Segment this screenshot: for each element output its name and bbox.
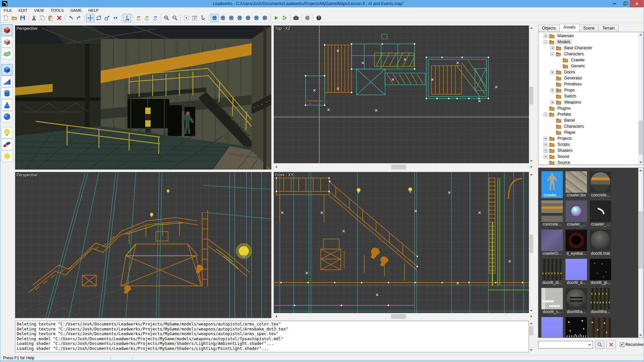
panel-tab[interactable]: Terrain: [598, 25, 619, 32]
scroll-track[interactable]: [278, 164, 529, 170]
tree-item[interactable]: Weapons: [538, 99, 638, 105]
viewport-front-hscrollbar[interactable]: [274, 314, 534, 319]
redo-button[interactable]: [75, 14, 83, 22]
scroll-down-arrow[interactable]: [529, 308, 534, 313]
frame-scene-button[interactable]: [182, 14, 191, 22]
view-back-button[interactable]: [219, 14, 227, 22]
view-bottom-button[interactable]: [261, 14, 269, 22]
restore-button[interactable]: [620, 0, 630, 7]
tree-item[interactable]: Sound: [538, 154, 638, 160]
move-tool-button[interactable]: [86, 14, 95, 22]
scroll-track[interactable]: [638, 173, 643, 333]
tree-item[interactable]: Projects: [538, 135, 638, 141]
run-game-button[interactable]: [272, 14, 280, 22]
asset-thumb[interactable]: doorlit_di...: [541, 259, 563, 286]
shift-tool-button[interactable]: [111, 14, 120, 22]
scroll-down-arrow[interactable]: [529, 159, 534, 163]
menu-item[interactable]: FILE: [0, 8, 15, 12]
point-light-tool[interactable]: [1, 127, 13, 138]
run-debug-button[interactable]: [280, 14, 289, 22]
rotate-tool-button[interactable]: [95, 14, 103, 22]
asset-thumb[interactable]: doorlitfra...: [566, 288, 587, 315]
help-button[interactable]: [315, 14, 323, 22]
tree-item[interactable]: Crawler: [538, 57, 638, 63]
terrain-tool[interactable]: [1, 48, 13, 59]
csg-solid-tool[interactable]: [1, 24, 13, 36]
tree-item[interactable]: Player: [538, 129, 638, 135]
panel-tab[interactable]: Assets: [559, 24, 580, 32]
delete-button[interactable]: [55, 14, 63, 22]
tree-item[interactable]: Generic: [538, 63, 638, 69]
tree-item[interactable]: Primitives: [538, 81, 638, 87]
title-bar[interactable]: Leadwerks - C:/Users/Josh/Documents/Lead…: [0, 0, 644, 7]
cylinder-brush-tool[interactable]: [1, 87, 13, 99]
asset-thumb[interactable]: crawlerD...: [541, 230, 563, 256]
view-left-button[interactable]: [235, 14, 244, 22]
wedge-brush-tool[interactable]: [1, 76, 13, 87]
options-button[interactable]: [303, 14, 312, 22]
tree-item[interactable]: Shaders: [538, 147, 638, 154]
tree-item[interactable]: Switch: [538, 93, 638, 99]
view-right-button[interactable]: [244, 14, 252, 22]
tree-expander[interactable]: [544, 40, 547, 44]
scroll-down-arrow[interactable]: [638, 160, 643, 165]
menu-item[interactable]: HELP: [85, 8, 102, 12]
minimize-button[interactable]: [609, 0, 620, 7]
screenshot-button[interactable]: [292, 14, 300, 22]
scroll-left-arrow[interactable]: [274, 314, 278, 319]
zoom-out-button[interactable]: [171, 14, 179, 22]
tree-expander[interactable]: [544, 34, 547, 38]
open-file-button[interactable]: [10, 14, 18, 22]
asset-thumb[interactable]: crawler....: [541, 171, 563, 198]
panel-tab[interactable]: Objects: [538, 25, 560, 32]
scroll-up-arrow[interactable]: [638, 32, 643, 37]
directional-light-tool[interactable]: [1, 150, 13, 162]
asset-thumb[interactable]: crawler_...: [590, 200, 611, 227]
viewport-top-vscrollbar[interactable]: [529, 25, 534, 163]
menu-item[interactable]: VIEW: [31, 8, 47, 12]
viewport-perspective-wireframe[interactable]: Perspective: [15, 172, 271, 318]
scroll-right-arrow[interactable]: [529, 164, 534, 170]
asset-thumb[interactable]: doorlit_gl...: [590, 259, 611, 286]
tree-item[interactable]: Plugins: [538, 105, 638, 111]
emitter-tool[interactable]: [1, 139, 13, 150]
tree-item[interactable]: Characters: [538, 123, 638, 129]
scroll-track[interactable]: [529, 325, 534, 348]
scroll-down-arrow[interactable]: [529, 348, 534, 352]
viewport-perspective-rendered[interactable]: Perspective: [15, 25, 271, 170]
rotate-y-button[interactable]: [143, 14, 151, 22]
asset-thumb[interactable]: doorlitfra...: [566, 317, 587, 338]
gizmo-toggle-button[interactable]: [123, 14, 131, 22]
scroll-right-arrow[interactable]: [529, 314, 534, 319]
cone-brush-tool[interactable]: [1, 99, 13, 111]
asset-thumb[interactable]: crawler_...: [566, 200, 587, 227]
tree-expander[interactable]: [550, 70, 554, 74]
tree-item[interactable]: Scripts: [538, 141, 638, 147]
tree-item[interactable]: Base Character: [538, 45, 638, 51]
menu-item[interactable]: EDIT: [15, 8, 31, 12]
asset-thumb[interactable]: crawler.tex: [566, 171, 587, 198]
asset-thumb[interactable]: doorlitfra...: [590, 288, 611, 315]
tree-item[interactable]: Barrel: [538, 117, 638, 123]
tree-item[interactable]: Source: [538, 160, 638, 165]
combo-arrow-icon[interactable]: [588, 344, 591, 346]
scroll-up-arrow[interactable]: [529, 25, 534, 30]
tree-expander[interactable]: [544, 155, 547, 159]
csg-texture-tool[interactable]: [1, 36, 13, 48]
console-vscrollbar[interactable]: [529, 321, 534, 352]
scroll-track[interactable]: [529, 177, 534, 308]
search-button[interactable]: [595, 341, 604, 349]
viewport-top-hscrollbar[interactable]: [274, 164, 534, 170]
console-log[interactable]: Deleting texture "C:/Users/Josh/Document…: [15, 321, 529, 352]
copy-button[interactable]: [38, 14, 47, 22]
tree-item[interactable]: Props: [538, 87, 638, 93]
tree-expander[interactable]: [550, 52, 554, 56]
thumbs-vscrollbar[interactable]: [638, 168, 643, 338]
save-button[interactable]: [18, 14, 27, 22]
asset-thumb[interactable]: doorlitfra...: [541, 317, 563, 338]
recursive-checkbox[interactable]: ✔: [620, 343, 624, 347]
asset-thumb[interactable]: doorlit_s...: [541, 288, 563, 315]
tree-expander[interactable]: [550, 88, 554, 92]
sphere-brush-tool[interactable]: [1, 111, 13, 122]
scale-tool-button[interactable]: [103, 14, 111, 22]
